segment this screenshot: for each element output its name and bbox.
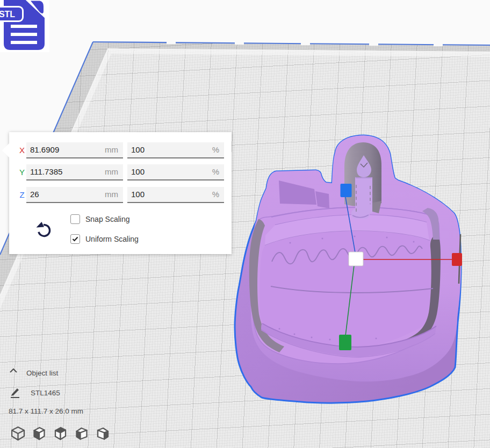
svg-text:STL: STL (0, 10, 15, 19)
